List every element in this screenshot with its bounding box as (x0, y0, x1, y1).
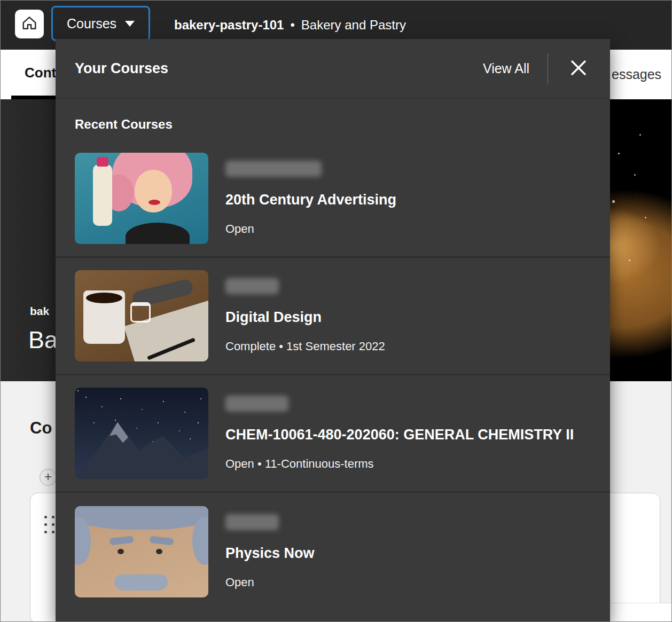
active-tab-indicator (11, 96, 57, 99)
course-title[interactable]: 20th Century Advertising (225, 192, 396, 208)
panel-title: Your Courses (75, 60, 483, 77)
course-list-item[interactable]: CHEM-10061-480-202060: GENERAL CHEMISTRY… (56, 375, 610, 493)
close-button[interactable] (566, 57, 591, 81)
breadcrumb-separator: • (290, 18, 294, 33)
redacted-course-id (225, 514, 279, 530)
tab-messages[interactable]: essages (612, 50, 661, 99)
background-card-corner (608, 603, 671, 622)
page: Courses bakery-pastry-101 • Bakery and P… (0, 0, 672, 622)
course-status: Complete • 1st Semester 2022 (225, 340, 385, 353)
course-title[interactable]: Digital Design (225, 309, 385, 326)
home-icon (21, 15, 37, 33)
course-status: Open • 11-Continuous-terms (225, 457, 574, 471)
chevron-down-icon (125, 21, 135, 27)
course-info: Physics Now Open (225, 514, 315, 589)
close-icon (569, 59, 588, 79)
home-button[interactable] (15, 10, 44, 38)
course-info: Digital Design Complete • 1st Semester 2… (225, 278, 385, 353)
course-thumbnail-physics (75, 506, 208, 597)
view-all-link[interactable]: View All (483, 61, 529, 76)
add-content-button[interactable]: + (40, 469, 57, 486)
redacted-course-id (225, 278, 279, 294)
breadcrumb-course-name: Bakery and Pastry (301, 18, 406, 33)
drag-handle-icon[interactable] (44, 516, 54, 533)
course-thumbnail-digital-design (75, 270, 208, 361)
redacted-course-id (225, 396, 288, 412)
content-section-heading-partial: Co (30, 419, 52, 438)
panel-header: Your Courses View All (56, 39, 610, 99)
header-divider (548, 53, 548, 84)
template-icon (130, 302, 151, 322)
banner-course-id-partial: bak (30, 305, 49, 318)
recent-courses-heading: Recent Courses (75, 117, 591, 132)
course-title[interactable]: CHEM-10061-480-202060: GENERAL CHEMISTRY… (225, 427, 574, 443)
course-thumbnail-chemistry (75, 388, 208, 479)
course-info: CHEM-10061-480-202060: GENERAL CHEMISTRY… (225, 396, 574, 471)
tab-content[interactable]: Cont (25, 50, 56, 96)
course-status: Open (225, 222, 396, 236)
course-list-item[interactable]: Digital Design Complete • 1st Semester 2… (56, 258, 610, 375)
breadcrumb-course-id: bakery-pastry-101 (174, 18, 284, 33)
redacted-course-id (225, 161, 322, 177)
course-status: Open (225, 576, 315, 589)
courses-menu-button[interactable]: Courses (51, 6, 150, 41)
course-list-item[interactable]: Physics Now Open (56, 493, 610, 610)
course-thumbnail-advertising (75, 153, 208, 244)
courses-dropdown-panel: Your Courses View All Recent Courses (56, 39, 610, 622)
banner-course-title-partial: Ba (28, 326, 58, 354)
courses-menu-label: Courses (67, 16, 116, 32)
course-list-item[interactable]: 20th Century Advertising Open (56, 140, 610, 258)
course-info: 20th Century Advertising Open (225, 161, 396, 236)
course-title[interactable]: Physics Now (225, 545, 315, 562)
